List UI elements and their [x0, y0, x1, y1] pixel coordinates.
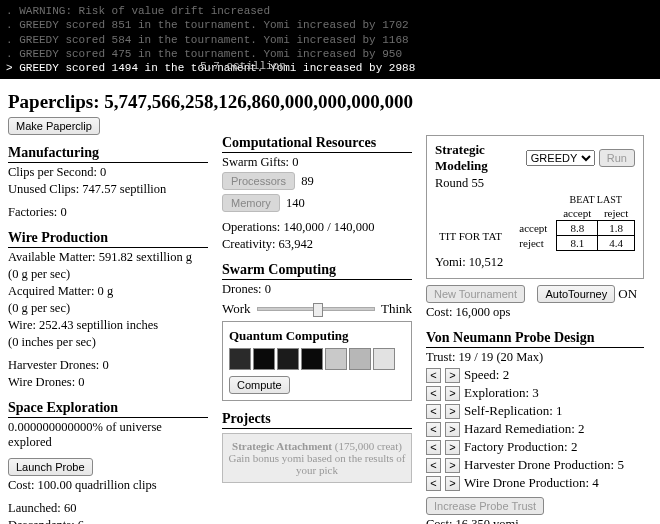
creativity: Creativity: 63,942 [222, 237, 412, 252]
drones: Drones: 0 [222, 282, 412, 297]
wire-rate: (0 inches per sec) [8, 335, 208, 350]
payoff-table: BEAT LAST acceptreject TIT FOR TATaccept… [435, 193, 635, 251]
tournament-cost: Cost: 16,000 ops [426, 305, 644, 320]
dec-button[interactable]: < [426, 440, 441, 455]
slider-thumb[interactable] [313, 303, 323, 317]
wire-drones: Wire Drones: 0 [8, 375, 208, 390]
inc-button[interactable]: > [445, 386, 460, 401]
manufacturing-title: Manufacturing [8, 145, 208, 163]
autotourney-button[interactable]: AutoTourney [537, 285, 615, 303]
dec-button[interactable]: < [426, 404, 441, 419]
qchip [373, 348, 395, 370]
trust-cost: Cost: 16,350 yomi [426, 517, 644, 524]
processors-value: 89 [301, 174, 314, 188]
factories: Factories: 0 [8, 205, 208, 220]
round: Round 55 [435, 176, 635, 191]
vnp-row: Speed: 2 [464, 367, 509, 383]
launched: Launched: 60 [8, 501, 208, 516]
vnp-row: Hazard Remediation: 2 [464, 421, 585, 437]
inc-button[interactable]: > [445, 404, 460, 419]
qchip [325, 348, 347, 370]
dec-button[interactable]: < [426, 458, 441, 473]
comp-title: Computational Resources [222, 135, 412, 153]
available-matter: Available Matter: 591.82 sextillion g [8, 250, 208, 265]
log-line: . GREEDY scored 851 in the tournament. Y… [6, 18, 654, 32]
vnp-row: Self-Replication: 1 [464, 403, 563, 419]
trust: Trust: 19 / 19 (20 Max) [426, 350, 644, 365]
vnp-row: Factory Production: 2 [464, 439, 577, 455]
project-desc: Gain bonus yomi based on the results of … [229, 452, 406, 476]
vnp-row: Exploration: 3 [464, 385, 539, 401]
compute-button[interactable]: Compute [229, 376, 290, 394]
operations: Operations: 140,000 / 140,000 [222, 220, 412, 235]
strategic-modeling-box: Strategic Modeling GREEDY Run Round 55 B… [426, 135, 644, 279]
qchip [277, 348, 299, 370]
acquired-matter: Acquired Matter: 0 g [8, 284, 208, 299]
memory-label: Memory [222, 194, 280, 212]
clips-per-second: Clips per Second: 0 [8, 165, 208, 180]
project-cost: (175,000 creat) [335, 440, 402, 452]
log-line: . GREEDY scored 475 in the tournament. Y… [6, 47, 654, 61]
quantum-title: Quantum Computing [229, 328, 349, 343]
inc-button[interactable]: > [445, 422, 460, 437]
new-tournament-button[interactable]: New Tournament [426, 285, 525, 303]
inc-button[interactable]: > [445, 458, 460, 473]
vnp-row: Harvester Drone Production: 5 [464, 457, 624, 473]
work-label: Work [222, 301, 251, 317]
inc-button[interactable]: > [445, 368, 460, 383]
space-title: Space Exploration [8, 400, 208, 418]
qchip [253, 348, 275, 370]
console-log: . WARNING: Risk of value drift increased… [0, 0, 660, 79]
work-think-slider[interactable] [257, 307, 375, 311]
inc-button[interactable]: > [445, 476, 460, 491]
run-button[interactable]: Run [599, 149, 635, 167]
page-title: Paperclips: 5,747,566,258,126,860,000,00… [8, 91, 652, 113]
dec-button[interactable]: < [426, 422, 441, 437]
dec-button[interactable]: < [426, 386, 441, 401]
probe-cost: Cost: 100.00 quadrillion clips [8, 478, 208, 493]
unused-clips: Unused Clips: 747.57 septillion [8, 182, 208, 197]
universe-explored: 0.000000000000% of universe explored [8, 420, 208, 450]
think-label: Think [381, 301, 412, 317]
strategy-select[interactable]: GREEDY [526, 150, 595, 166]
swarm-gifts: Swarm Gifts: 0 [222, 155, 412, 170]
strat-title: Strategic Modeling [435, 142, 522, 174]
launch-probe-button[interactable]: Launch Probe [8, 458, 93, 476]
vnp-row: Wire Drone Production: 4 [464, 475, 599, 491]
descendents: Descendents: 6 [8, 518, 208, 524]
vnp-title: Von Neumann Probe Design [426, 330, 644, 348]
dec-button[interactable]: < [426, 368, 441, 383]
wire-amount: Wire: 252.43 septillion inches [8, 318, 208, 333]
yomi: Yomi: 10,512 [435, 255, 635, 270]
qchip [349, 348, 371, 370]
qchip [229, 348, 251, 370]
increase-trust-button[interactable]: Increase Probe Trust [426, 497, 544, 515]
dec-button[interactable]: < [426, 476, 441, 491]
swarm-title: Swarm Computing [222, 262, 412, 280]
log-line: . GREEDY scored 584 in the tournament. Y… [6, 33, 654, 47]
qchip [301, 348, 323, 370]
available-matter-rate: (0 g per sec) [8, 267, 208, 282]
acquired-matter-rate: (0 g per sec) [8, 301, 208, 316]
wire-title: Wire Production [8, 230, 208, 248]
log-line-last: > GREEDY scored 1494 in the tournament. … [6, 61, 654, 75]
project-card[interactable]: Strategic Attachment (175,000 creat) Gai… [222, 433, 412, 483]
project-name: Strategic Attachment [232, 440, 332, 452]
harvester-drones: Harvester Drones: 0 [8, 358, 208, 373]
memory-value: 140 [286, 196, 305, 210]
log-line: . WARNING: Risk of value drift increased [6, 4, 654, 18]
autotourney-state: ON [618, 286, 637, 301]
processors-label: Processors [222, 172, 295, 190]
inc-button[interactable]: > [445, 440, 460, 455]
make-paperclip-button[interactable]: Make Paperclip [8, 117, 100, 135]
projects-title: Projects [222, 411, 412, 429]
